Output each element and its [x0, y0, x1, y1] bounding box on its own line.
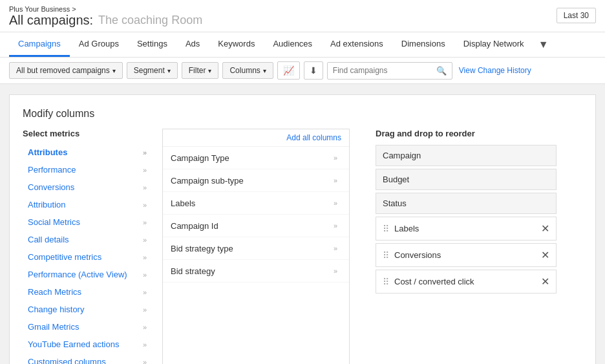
columns-button[interactable]: Columns ▾: [222, 62, 273, 79]
tab-campaigns[interactable]: Campaigns: [9, 32, 70, 57]
metric-item-attribution[interactable]: Attribution »: [23, 196, 152, 213]
metric-item-conversions[interactable]: Conversions »: [23, 178, 152, 196]
metric-link-call-details[interactable]: Call details: [28, 235, 69, 244]
metric-link-performance-active-view[interactable]: Performance (Active View): [28, 270, 127, 279]
metric-item-change-history[interactable]: Change history »: [23, 301, 152, 318]
campaign-name: The coaching Room: [98, 14, 202, 27]
modify-columns-layout: Select metrics Attributes » Performance …: [23, 129, 582, 364]
main-content: Modify columns Select metrics Attributes…: [0, 84, 605, 364]
metric-link-youtube-earned[interactable]: YouTube Earned actions: [28, 339, 119, 349]
search-input[interactable]: [328, 63, 431, 78]
tab-ad-extensions[interactable]: Ad extensions: [321, 32, 392, 57]
metric-item-social-metrics[interactable]: Social Metrics »: [23, 213, 152, 231]
nav-tabs: Campaigns Ad Groups Settings Ads Keyword…: [0, 32, 605, 58]
segment-button[interactable]: Segment ▾: [127, 62, 178, 79]
tab-keywords[interactable]: Keywords: [209, 32, 264, 57]
modify-columns-panel: Modify columns Select metrics Attributes…: [9, 94, 596, 364]
add-column-btn[interactable]: »: [330, 198, 341, 208]
draggable-item-labels[interactable]: ⠿ Labels ✕: [376, 217, 557, 241]
metric-item-competitive-metrics[interactable]: Competitive metrics »: [23, 248, 152, 266]
metric-item-performance-active-view[interactable]: Performance (Active View) »: [23, 266, 152, 283]
metric-item-attributes[interactable]: Attributes »: [23, 144, 152, 161]
chevron-right-icon: »: [143, 201, 147, 209]
tab-audiences[interactable]: Audiences: [264, 32, 321, 57]
column-label: Bid strategy: [171, 266, 215, 276]
fixed-item-status: Status: [376, 193, 557, 214]
tab-settings[interactable]: Settings: [128, 32, 176, 57]
column-label: Campaign sub-type: [171, 176, 244, 186]
remove-conversions-button[interactable]: ✕: [541, 249, 549, 261]
column-list: Add all columns Campaign Type » Campaign…: [162, 129, 350, 364]
add-column-btn[interactable]: »: [330, 266, 341, 276]
add-column-btn[interactable]: »: [330, 220, 341, 231]
column-row-bid-strategy[interactable]: Bid strategy »: [163, 260, 349, 283]
draggable-item-label: Conversions: [394, 250, 541, 260]
column-label: Campaign Type: [171, 153, 229, 163]
remove-labels-button[interactable]: ✕: [541, 222, 549, 235]
column-row-bid-strategy-type[interactable]: Bid strategy type »: [163, 237, 349, 260]
column-row-campaign-subtype[interactable]: Campaign sub-type »: [163, 169, 349, 192]
chevron-right-icon: »: [143, 358, 147, 365]
remove-cost-converted-button[interactable]: ✕: [541, 275, 549, 288]
search-icon[interactable]: 🔍: [431, 63, 452, 79]
metric-link-customised-columns[interactable]: Customised columns: [28, 357, 106, 364]
chevron-right-icon: »: [143, 323, 147, 331]
add-column-btn[interactable]: »: [330, 175, 341, 186]
drag-drop-area: Drag and drop to reorder Campaign Budget…: [376, 129, 557, 364]
metric-item-gmail-metrics[interactable]: Gmail Metrics »: [23, 318, 152, 336]
metric-item-performance[interactable]: Performance »: [23, 161, 152, 178]
tab-display-network[interactable]: Display Network: [454, 32, 533, 57]
chevron-right-icon: »: [143, 271, 147, 279]
draggable-item-conversions[interactable]: ⠿ Conversions ✕: [376, 243, 557, 267]
chevron-right-icon: »: [143, 184, 147, 191]
select-metrics-title: Select metrics: [23, 129, 152, 138]
column-row-campaign-id[interactable]: Campaign Id »: [163, 215, 349, 237]
chevron-right-icon: »: [143, 253, 147, 261]
column-row-labels[interactable]: Labels »: [163, 192, 349, 215]
tab-dimensions[interactable]: Dimensions: [392, 32, 454, 57]
page-title: All campaigns:: [9, 13, 93, 28]
metric-link-social-metrics[interactable]: Social Metrics: [28, 217, 80, 227]
metric-item-reach-metrics[interactable]: Reach Metrics »: [23, 283, 152, 301]
metric-item-youtube-earned[interactable]: YouTube Earned actions »: [23, 336, 152, 353]
chevron-right-icon: »: [143, 166, 147, 174]
view-change-history-link[interactable]: View Change History: [459, 66, 531, 75]
metric-link-attribution[interactable]: Attribution: [28, 200, 66, 209]
metric-link-conversions[interactable]: Conversions: [28, 182, 74, 192]
drag-drop-title: Drag and drop to reorder: [376, 129, 557, 138]
date-range-button[interactable]: Last 30: [557, 8, 596, 23]
drag-handle-icon: ⠿: [383, 250, 389, 261]
chevron-right-icon: »: [143, 219, 147, 226]
fixed-item-budget: Budget: [376, 169, 557, 190]
add-column-btn[interactable]: »: [330, 243, 341, 253]
metric-link-gmail-metrics[interactable]: Gmail Metrics: [28, 322, 79, 332]
dropdown-arrow-icon: ▾: [112, 67, 116, 74]
more-tabs-button[interactable]: ▼: [533, 32, 554, 57]
column-row-campaign-type[interactable]: Campaign Type »: [163, 147, 349, 169]
draggable-item-label: Labels: [394, 224, 541, 233]
fixed-item-label: Status: [383, 198, 407, 208]
drag-handle-icon: ⠿: [383, 224, 389, 234]
metric-item-customised-columns[interactable]: Customised columns »: [23, 353, 152, 364]
metric-link-attributes[interactable]: Attributes: [28, 147, 67, 157]
column-label: Bid strategy type: [171, 244, 233, 253]
chart-icon-button[interactable]: 📈: [277, 61, 300, 80]
filter-campaigns-button[interactable]: All but removed campaigns ▾: [9, 62, 123, 79]
tab-ads[interactable]: Ads: [176, 32, 209, 57]
metric-link-change-history[interactable]: Change history: [28, 305, 84, 314]
metric-item-call-details[interactable]: Call details »: [23, 231, 152, 248]
download-icon-button[interactable]: ⬇: [304, 61, 323, 80]
metric-link-reach-metrics[interactable]: Reach Metrics: [28, 287, 81, 297]
filter-button[interactable]: Filter ▾: [182, 62, 219, 79]
metrics-sidebar: Select metrics Attributes » Performance …: [23, 129, 152, 364]
draggable-item-cost-converted[interactable]: ⠿ Cost / converted click ✕: [376, 270, 557, 294]
metric-link-performance[interactable]: Performance: [28, 165, 76, 175]
tab-ad-groups[interactable]: Ad Groups: [70, 32, 128, 57]
metric-link-competitive-metrics[interactable]: Competitive metrics: [28, 252, 101, 262]
add-column-btn[interactable]: »: [330, 153, 341, 163]
chevron-right-icon: »: [143, 236, 147, 244]
fixed-item-campaign: Campaign: [376, 145, 557, 166]
column-label: Labels: [171, 198, 195, 208]
add-all-columns-link[interactable]: Add all columns: [163, 129, 349, 147]
toolbar: All but removed campaigns ▾ Segment ▾ Fi…: [0, 58, 605, 84]
